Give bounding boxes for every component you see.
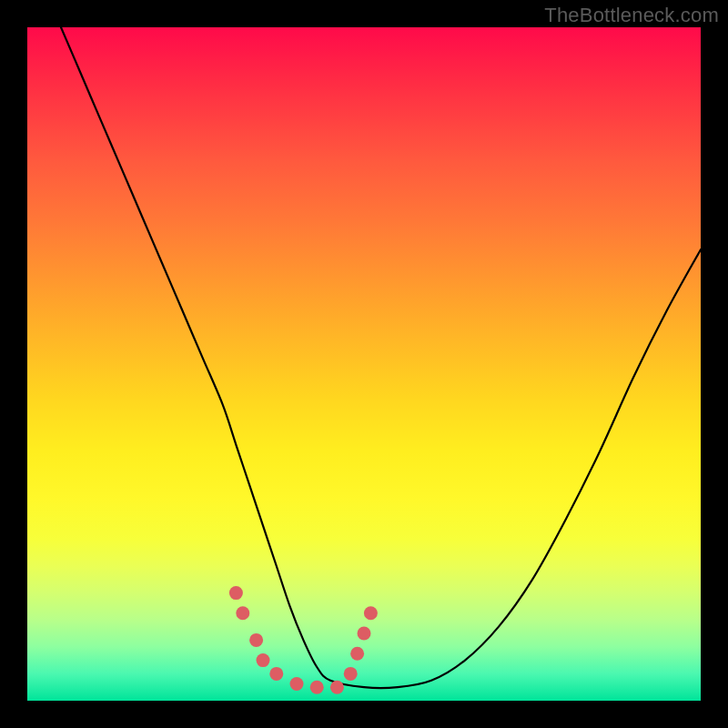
- curve-marker: [236, 606, 249, 620]
- bottleneck-curve: [61, 27, 701, 688]
- curve-marker: [350, 647, 364, 661]
- chart-svg: [27, 27, 701, 701]
- curve-marker: [229, 586, 243, 600]
- curve-marker: [344, 667, 358, 681]
- curve-marker: [364, 606, 378, 620]
- curve-marker: [330, 681, 344, 694]
- plot-area: [27, 27, 701, 701]
- watermark-text: TheBottleneck.com: [544, 4, 719, 27]
- curve-marker: [257, 653, 270, 667]
- curve-marker: [269, 667, 283, 681]
- curve-marker: [290, 677, 304, 691]
- curve-marker: [310, 681, 324, 694]
- chart-frame: TheBottleneck.com: [0, 0, 728, 728]
- curve-marker: [358, 627, 371, 641]
- curve-marker: [249, 633, 263, 647]
